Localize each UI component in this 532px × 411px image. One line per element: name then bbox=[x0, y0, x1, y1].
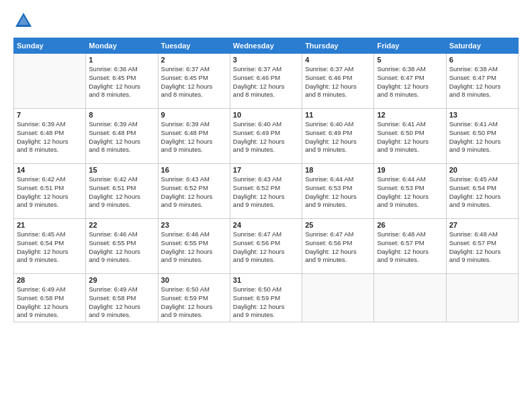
day-info: Sunrise: 6:49 AM Sunset: 6:58 PM Dayligh… bbox=[89, 285, 154, 320]
day-number: 16 bbox=[161, 166, 227, 174]
day-info: Sunrise: 6:50 AM Sunset: 6:59 PM Dayligh… bbox=[233, 285, 299, 320]
day-number: 20 bbox=[449, 166, 515, 174]
calendar-cell: 4Sunrise: 6:37 AM Sunset: 6:46 PM Daylig… bbox=[302, 54, 374, 109]
day-number: 2 bbox=[161, 56, 227, 64]
calendar-cell: 8Sunrise: 6:39 AM Sunset: 6:48 PM Daylig… bbox=[86, 109, 158, 164]
day-number: 12 bbox=[377, 111, 443, 119]
day-number: 23 bbox=[161, 221, 227, 229]
calendar-cell: 5Sunrise: 6:38 AM Sunset: 6:47 PM Daylig… bbox=[374, 54, 446, 109]
calendar-week-row: 21Sunrise: 6:45 AM Sunset: 6:54 PM Dayli… bbox=[14, 219, 519, 274]
day-number: 21 bbox=[17, 221, 83, 229]
calendar-cell: 9Sunrise: 6:39 AM Sunset: 6:48 PM Daylig… bbox=[158, 109, 230, 164]
calendar-cell: 25Sunrise: 6:47 AM Sunset: 6:56 PM Dayli… bbox=[302, 219, 374, 274]
header-row: SundayMondayTuesdayWednesdayThursdayFrid… bbox=[14, 38, 519, 54]
header bbox=[13, 11, 519, 31]
calendar-cell: 19Sunrise: 6:44 AM Sunset: 6:53 PM Dayli… bbox=[374, 164, 446, 219]
calendar-cell: 6Sunrise: 6:38 AM Sunset: 6:47 PM Daylig… bbox=[446, 54, 518, 109]
calendar-cell: 13Sunrise: 6:41 AM Sunset: 6:50 PM Dayli… bbox=[446, 109, 518, 164]
calendar-cell: 31Sunrise: 6:50 AM Sunset: 6:59 PM Dayli… bbox=[230, 274, 302, 322]
day-number: 8 bbox=[89, 111, 154, 119]
weekday-header: Monday bbox=[86, 38, 158, 54]
day-info: Sunrise: 6:46 AM Sunset: 6:55 PM Dayligh… bbox=[161, 230, 227, 265]
day-info: Sunrise: 6:47 AM Sunset: 6:56 PM Dayligh… bbox=[305, 230, 371, 265]
calendar-week-row: 1Sunrise: 6:36 AM Sunset: 6:45 PM Daylig… bbox=[14, 54, 519, 109]
calendar-week-row: 14Sunrise: 6:42 AM Sunset: 6:51 PM Dayli… bbox=[14, 164, 519, 219]
day-number: 22 bbox=[89, 221, 154, 229]
day-number: 1 bbox=[89, 56, 154, 64]
calendar-cell: 10Sunrise: 6:40 AM Sunset: 6:49 PM Dayli… bbox=[230, 109, 302, 164]
day-number: 15 bbox=[89, 166, 154, 174]
day-info: Sunrise: 6:42 AM Sunset: 6:51 PM Dayligh… bbox=[17, 175, 83, 210]
day-number: 26 bbox=[377, 221, 443, 229]
calendar-week-row: 7Sunrise: 6:39 AM Sunset: 6:48 PM Daylig… bbox=[14, 109, 519, 164]
calendar-cell: 20Sunrise: 6:45 AM Sunset: 6:54 PM Dayli… bbox=[446, 164, 518, 219]
calendar-cell: 11Sunrise: 6:40 AM Sunset: 6:49 PM Dayli… bbox=[302, 109, 374, 164]
calendar-cell bbox=[446, 274, 518, 322]
day-info: Sunrise: 6:45 AM Sunset: 6:54 PM Dayligh… bbox=[449, 175, 515, 210]
calendar-cell: 28Sunrise: 6:49 AM Sunset: 6:58 PM Dayli… bbox=[14, 274, 86, 322]
day-number: 17 bbox=[233, 166, 299, 174]
weekday-header: Wednesday bbox=[230, 38, 302, 54]
weekday-header: Sunday bbox=[14, 38, 86, 54]
weekday-header: Saturday bbox=[446, 38, 518, 54]
weekday-header: Friday bbox=[374, 38, 446, 54]
day-info: Sunrise: 6:47 AM Sunset: 6:56 PM Dayligh… bbox=[233, 230, 299, 265]
calendar-cell: 24Sunrise: 6:47 AM Sunset: 6:56 PM Dayli… bbox=[230, 219, 302, 274]
day-info: Sunrise: 6:46 AM Sunset: 6:55 PM Dayligh… bbox=[89, 230, 154, 265]
day-info: Sunrise: 6:40 AM Sunset: 6:49 PM Dayligh… bbox=[305, 120, 371, 154]
day-info: Sunrise: 6:37 AM Sunset: 6:46 PM Dayligh… bbox=[305, 65, 371, 99]
calendar-cell: 3Sunrise: 6:37 AM Sunset: 6:46 PM Daylig… bbox=[230, 54, 302, 109]
day-info: Sunrise: 6:49 AM Sunset: 6:58 PM Dayligh… bbox=[17, 285, 83, 320]
calendar-cell: 16Sunrise: 6:43 AM Sunset: 6:52 PM Dayli… bbox=[158, 164, 230, 219]
day-number: 28 bbox=[17, 276, 83, 284]
day-info: Sunrise: 6:45 AM Sunset: 6:54 PM Dayligh… bbox=[17, 230, 83, 265]
day-info: Sunrise: 6:43 AM Sunset: 6:52 PM Dayligh… bbox=[161, 175, 227, 210]
day-number: 18 bbox=[305, 166, 371, 174]
day-number: 11 bbox=[305, 111, 371, 119]
day-info: Sunrise: 6:48 AM Sunset: 6:57 PM Dayligh… bbox=[377, 230, 443, 265]
day-number: 3 bbox=[233, 56, 299, 64]
day-info: Sunrise: 6:38 AM Sunset: 6:47 PM Dayligh… bbox=[449, 65, 515, 99]
day-number: 31 bbox=[233, 276, 299, 284]
day-number: 25 bbox=[305, 221, 371, 229]
calendar-cell: 21Sunrise: 6:45 AM Sunset: 6:54 PM Dayli… bbox=[14, 219, 86, 274]
day-info: Sunrise: 6:36 AM Sunset: 6:45 PM Dayligh… bbox=[89, 65, 154, 99]
calendar-cell: 15Sunrise: 6:42 AM Sunset: 6:51 PM Dayli… bbox=[86, 164, 158, 219]
day-info: Sunrise: 6:44 AM Sunset: 6:53 PM Dayligh… bbox=[377, 175, 443, 210]
day-number: 19 bbox=[377, 166, 443, 174]
logo bbox=[13, 11, 36, 31]
day-info: Sunrise: 6:39 AM Sunset: 6:48 PM Dayligh… bbox=[17, 120, 83, 154]
day-info: Sunrise: 6:42 AM Sunset: 6:51 PM Dayligh… bbox=[89, 175, 154, 210]
day-number: 4 bbox=[305, 56, 371, 64]
calendar-cell: 14Sunrise: 6:42 AM Sunset: 6:51 PM Dayli… bbox=[14, 164, 86, 219]
day-info: Sunrise: 6:40 AM Sunset: 6:49 PM Dayligh… bbox=[233, 120, 299, 154]
day-info: Sunrise: 6:43 AM Sunset: 6:52 PM Dayligh… bbox=[233, 175, 299, 210]
calendar-cell: 18Sunrise: 6:44 AM Sunset: 6:53 PM Dayli… bbox=[302, 164, 374, 219]
calendar-cell: 2Sunrise: 6:37 AM Sunset: 6:45 PM Daylig… bbox=[158, 54, 230, 109]
day-number: 7 bbox=[17, 111, 83, 119]
calendar-cell bbox=[302, 274, 374, 322]
day-number: 9 bbox=[161, 111, 227, 119]
day-info: Sunrise: 6:37 AM Sunset: 6:46 PM Dayligh… bbox=[233, 65, 299, 99]
calendar-cell: 7Sunrise: 6:39 AM Sunset: 6:48 PM Daylig… bbox=[14, 109, 86, 164]
day-number: 6 bbox=[449, 56, 515, 64]
calendar-cell: 1Sunrise: 6:36 AM Sunset: 6:45 PM Daylig… bbox=[86, 54, 158, 109]
calendar-cell: 29Sunrise: 6:49 AM Sunset: 6:58 PM Dayli… bbox=[86, 274, 158, 322]
day-number: 27 bbox=[449, 221, 515, 229]
calendar-cell: 27Sunrise: 6:48 AM Sunset: 6:57 PM Dayli… bbox=[446, 219, 518, 274]
calendar-cell: 30Sunrise: 6:50 AM Sunset: 6:59 PM Dayli… bbox=[158, 274, 230, 322]
calendar-cell bbox=[374, 274, 446, 322]
calendar-cell: 22Sunrise: 6:46 AM Sunset: 6:55 PM Dayli… bbox=[86, 219, 158, 274]
weekday-header: Tuesday bbox=[158, 38, 230, 54]
day-info: Sunrise: 6:50 AM Sunset: 6:59 PM Dayligh… bbox=[161, 285, 227, 320]
day-info: Sunrise: 6:38 AM Sunset: 6:47 PM Dayligh… bbox=[377, 65, 443, 99]
logo-icon bbox=[13, 11, 34, 31]
calendar-cell: 26Sunrise: 6:48 AM Sunset: 6:57 PM Dayli… bbox=[374, 219, 446, 274]
weekday-header: Thursday bbox=[302, 38, 374, 54]
calendar-cell: 12Sunrise: 6:41 AM Sunset: 6:50 PM Dayli… bbox=[374, 109, 446, 164]
day-info: Sunrise: 6:41 AM Sunset: 6:50 PM Dayligh… bbox=[449, 120, 515, 154]
calendar-week-row: 28Sunrise: 6:49 AM Sunset: 6:58 PM Dayli… bbox=[14, 274, 519, 322]
day-number: 14 bbox=[17, 166, 83, 174]
day-info: Sunrise: 6:37 AM Sunset: 6:45 PM Dayligh… bbox=[161, 65, 227, 99]
calendar-cell: 23Sunrise: 6:46 AM Sunset: 6:55 PM Dayli… bbox=[158, 219, 230, 274]
